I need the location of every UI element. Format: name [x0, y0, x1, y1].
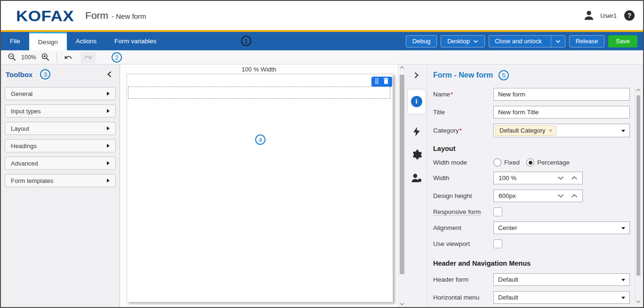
device-dropdown-button[interactable]: Desktop: [441, 35, 485, 47]
toolbox-item-headings[interactable]: Headings: [5, 139, 116, 152]
tab-settings[interactable]: [411, 149, 422, 161]
width-stepper[interactable]: 100 %: [493, 172, 583, 184]
use-viewport-checkbox[interactable]: [493, 239, 502, 248]
user-avatar-icon[interactable]: [581, 8, 596, 23]
stepper-up-icon[interactable]: [571, 176, 578, 180]
tab-events[interactable]: [411, 126, 422, 138]
layout-section-heading: Layout: [433, 145, 630, 152]
undo-icon[interactable]: [63, 52, 74, 63]
toolbox-item-advanced[interactable]: Advanced: [5, 157, 116, 170]
collapse-toolbox-icon[interactable]: [104, 70, 115, 79]
category-combobox[interactable]: Default Category ×: [493, 124, 630, 137]
release-button[interactable]: Release: [569, 35, 605, 47]
width-label: Width: [433, 174, 493, 182]
design-height-value: 600px: [499, 192, 557, 199]
form-canvas[interactable]: 4: [127, 74, 393, 302]
zoom-in-icon[interactable]: [40, 52, 51, 63]
horizontal-menu-value: Default: [498, 294, 518, 301]
category-label: Category*: [433, 127, 493, 134]
redo-icon[interactable]: [80, 52, 96, 63]
toolbox-item-input-types[interactable]: Input types: [5, 104, 116, 118]
tab-file[interactable]: File: [1, 32, 29, 50]
width-mode-percentage-option[interactable]: Percentage: [526, 158, 570, 166]
properties-icon-strip: i: [406, 64, 427, 307]
width-value: 100 %: [499, 174, 557, 182]
page-title-product: Form: [85, 10, 108, 21]
close-and-unlock-menu-button[interactable]: [551, 36, 565, 47]
scroll-down-icon[interactable]: [635, 300, 642, 303]
radio-fixed[interactable]: [493, 158, 501, 166]
horizontal-menu-select[interactable]: Default: [493, 291, 630, 304]
properties-body: Form - New form 5 Name* Title Category*: [427, 64, 643, 307]
toolbox-item-label: Advanced: [11, 160, 38, 167]
toolbox-item-label: Input types: [11, 108, 41, 115]
remove-tag-icon[interactable]: ×: [549, 127, 553, 134]
use-viewport-label: Use viewport: [433, 240, 493, 247]
tab-general-info[interactable]: i: [407, 89, 426, 114]
toolbox-title: Toolbox: [6, 71, 32, 79]
nav-menus-section-heading: Header and Navigation Menus: [433, 260, 630, 267]
drag-handle-icon[interactable]: [375, 78, 379, 86]
stepper-up-icon[interactable]: [571, 194, 578, 198]
toolbox-item-layout[interactable]: Layout: [5, 122, 116, 135]
callout-1: 1: [241, 36, 251, 46]
expand-right-icon: [107, 126, 110, 130]
title-field[interactable]: [493, 106, 630, 118]
scroll-down-icon[interactable]: [398, 302, 406, 306]
toolbar-separator: [56, 53, 57, 62]
responsive-form-label: Responsive form: [433, 208, 493, 215]
close-and-unlock-splitbutton: Close and unlock: [489, 35, 565, 47]
chevron-down-icon: [555, 38, 561, 45]
stepper-down-icon[interactable]: [557, 176, 564, 180]
tab-actions[interactable]: Actions: [67, 32, 105, 50]
header-form-label: Header form: [433, 276, 493, 283]
scrollbar-thumb[interactable]: [400, 75, 404, 274]
name-field[interactable]: [493, 88, 630, 101]
tab-actors[interactable]: [411, 172, 423, 184]
tab-design[interactable]: Design: [29, 32, 67, 50]
trash-icon[interactable]: [383, 78, 389, 86]
toolbox-item-label: Form templates: [11, 177, 53, 184]
app-header: KOFAX Form - New form User1 ?: [1, 1, 643, 30]
zoom-out-icon[interactable]: [7, 52, 17, 63]
expand-panel-icon[interactable]: [412, 70, 421, 82]
design-height-stepper[interactable]: 600px: [493, 190, 583, 202]
dropdown-caret-icon: [621, 130, 625, 132]
header-form-value: Default: [498, 276, 518, 283]
close-and-unlock-button[interactable]: Close and unlock: [489, 36, 547, 47]
horizontal-menu-label: Horizontal menu: [433, 294, 493, 301]
scroll-up-icon[interactable]: [398, 66, 406, 69]
info-icon: i: [411, 96, 422, 107]
dropdown-caret-icon: [621, 297, 625, 299]
toolbox-item-label: Layout: [11, 125, 29, 132]
scroll-up-icon[interactable]: [635, 88, 642, 92]
alignment-select[interactable]: Center: [493, 221, 630, 234]
tab-form-variables[interactable]: Form variables: [105, 32, 165, 50]
debug-button[interactable]: Debug: [406, 35, 437, 47]
header-form-select[interactable]: Default: [493, 273, 630, 286]
canvas-scrollbar: [398, 64, 406, 307]
form-drop-row[interactable]: [128, 87, 390, 99]
radio-percentage-label: Percentage: [537, 159, 570, 166]
properties-title: Form - New form: [433, 71, 493, 79]
zoom-level: 100%: [21, 54, 36, 61]
help-icon[interactable]: ?: [624, 10, 635, 21]
dropdown-caret-icon: [621, 279, 625, 281]
menubar: File Design Actions Form variables 1 Deb…: [1, 32, 643, 50]
width-mode-fixed-option[interactable]: Fixed: [493, 158, 520, 166]
properties-panel: i Form - New form 5 Name*: [406, 64, 643, 307]
dropdown-caret-icon: [621, 227, 625, 229]
design-height-label: Design height: [433, 192, 493, 199]
toolbox-item-form-templates[interactable]: Form templates: [5, 174, 116, 187]
expand-right-icon: [107, 92, 110, 95]
radio-percentage[interactable]: [526, 158, 534, 166]
kofax-logo: KOFAX: [16, 8, 74, 23]
save-button[interactable]: Save: [608, 35, 637, 47]
toolbox-item-general[interactable]: General: [5, 87, 116, 100]
stepper-down-icon[interactable]: [557, 194, 564, 198]
responsive-form-checkbox[interactable]: [493, 207, 502, 216]
scrollbar-thumb[interactable]: [636, 95, 640, 276]
radio-fixed-label: Fixed: [504, 159, 520, 166]
toolbox-item-label: Headings: [11, 142, 37, 150]
app-window: KOFAX Form - New form User1 ? File Desig…: [0, 0, 644, 308]
